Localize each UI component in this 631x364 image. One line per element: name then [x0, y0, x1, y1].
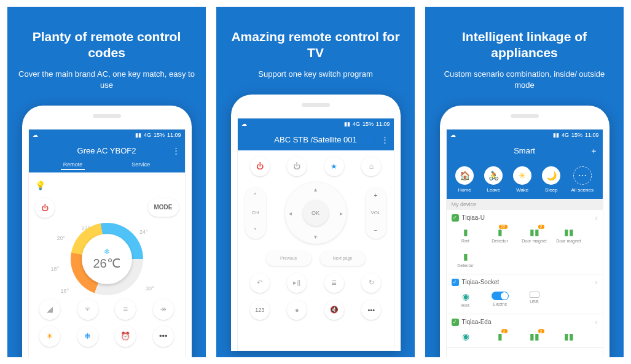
door-magnet-icon: ▮▮2: [530, 227, 539, 237]
dev-item-detector[interactable]: ▮22 Detector: [487, 227, 513, 243]
temperature-dial[interactable]: ❄ 26℃: [71, 223, 143, 295]
dev-item-usb[interactable]: USB: [522, 292, 547, 308]
scene-wake[interactable]: ✳ Wake: [513, 166, 531, 193]
cool-button[interactable]: ❄: [77, 326, 98, 347]
vol-up-icon[interactable]: +: [374, 192, 378, 199]
panel-sub: Cover the main brand AC, one key match, …: [18, 69, 195, 91]
device-status-icon: ✓: [452, 214, 459, 222]
stb-power-button[interactable]: ⏻: [287, 157, 307, 176]
timer-button[interactable]: ⏰: [115, 326, 136, 347]
dpad-right-icon[interactable]: ▸: [340, 209, 343, 216]
statusbar: ☁ ▮▮ 4G 15% 11:09: [238, 118, 394, 130]
panel-sub: Custom scenario combination, inside/ out…: [436, 69, 613, 91]
tab-service[interactable]: Service: [131, 161, 150, 170]
scene-label: Sleep: [545, 187, 557, 193]
phone-screen: ☁ ▮▮ 4G 15% 11:09 Gree AC YBOF2 👤 ⋮ Remo…: [28, 129, 186, 357]
numpad-button[interactable]: 123: [250, 300, 270, 320]
ok-button[interactable]: OK: [303, 200, 329, 226]
dev-item[interactable]: ◉: [453, 331, 479, 341]
dev-item-door1[interactable]: ▮▮2 Door magnet: [522, 227, 547, 243]
scene-sleep[interactable]: 🌙 Sleep: [542, 166, 560, 193]
channel-rocker[interactable]: ˄ CH ˅: [245, 187, 266, 239]
record-button[interactable]: ●: [287, 300, 307, 320]
scene-label: Leave: [487, 187, 500, 193]
ch-up-icon[interactable]: ˄: [254, 192, 257, 199]
next-page-button[interactable]: Next page: [320, 251, 366, 266]
profile-icon[interactable]: 👤: [574, 145, 584, 157]
dev-item-door2[interactable]: ▮▮ Door magnet: [556, 227, 582, 243]
dev-item-rmt[interactable]: ◉ Rmt: [453, 292, 479, 308]
dev-item[interactable]: ▮▮: [556, 331, 582, 341]
more-button[interactable]: •••: [153, 326, 174, 347]
tv-power-button[interactable]: ⏻: [250, 157, 270, 176]
mode-button[interactable]: MODE: [148, 198, 179, 217]
more-button[interactable]: •••: [361, 300, 381, 320]
dev-item-electric[interactable]: Electric: [487, 292, 513, 308]
statusbar: ☁ ▮▮ 4G 15% 11:09: [29, 130, 185, 141]
phone-frame: ☁ ▮▮ 4G 15% 11:09 Smart 👤 ＋ 🏠 Home: [440, 106, 609, 357]
scene-label: Home: [458, 187, 471, 193]
phone-speaker: [93, 114, 121, 118]
remote-icon: ▮: [463, 227, 468, 237]
scene-home[interactable]: 🏠 Home: [455, 166, 474, 193]
profile-icon[interactable]: 👤: [156, 146, 166, 155]
dpad-left-icon[interactable]: ◂: [289, 209, 292, 216]
device-card-socket[interactable]: ✓ Tiqiaa-Socket › ◉ Rmt Electric: [447, 274, 603, 314]
ch-down-icon[interactable]: ˅: [254, 227, 257, 234]
battery-label: 15%: [571, 132, 582, 138]
wind-button[interactable]: ↠: [153, 299, 174, 320]
power-button[interactable]: ⏻: [35, 198, 55, 218]
app-title: Smart: [514, 146, 535, 155]
scene-label: All scenes: [571, 187, 593, 193]
electric-toggle[interactable]: [492, 292, 509, 300]
dev-item-detector2[interactable]: ▮ Detector: [453, 252, 479, 268]
swing-button[interactable]: ⫧: [77, 299, 98, 320]
add-icon[interactable]: ＋: [590, 145, 598, 157]
tabs: Remote Service: [29, 161, 185, 172]
dev-item[interactable]: ▮2: [487, 331, 513, 341]
favorite-button[interactable]: ★: [324, 157, 344, 176]
fan-speed-button[interactable]: ◢: [39, 299, 60, 320]
device-card-eda[interactable]: ✓ Tiqiaa-Eda › ◉ ▮2 ▮▮2 ▮▮: [447, 314, 603, 348]
menu-icon[interactable]: ⋮: [381, 135, 389, 144]
heat-button[interactable]: ☀: [39, 326, 60, 347]
device-card-u[interactable]: ✓ Tiqiaa-U › ▮ Rmt ▮22 Detector ▮▮2: [447, 210, 603, 274]
wake-scene-icon: ✳: [513, 166, 531, 185]
dpad-up-icon[interactable]: ▴: [314, 186, 317, 193]
vol-down-icon[interactable]: −: [374, 227, 378, 234]
panel-heading: Planty of remote control codes: [18, 29, 195, 61]
promo-panel-tv: Amazing remote control for TV Support on…: [216, 7, 415, 357]
promo-panel-smart: Intelligent linkage of appliances Custom…: [425, 7, 624, 357]
appbar: Gree AC YBOF2 👤 ⋮: [29, 141, 185, 161]
device-name: Tiqiaa-U: [462, 214, 485, 221]
back-button[interactable]: ↶: [250, 273, 270, 293]
mute-button[interactable]: 🔇: [324, 300, 344, 320]
panel-heading: Amazing remote control for TV: [227, 29, 404, 61]
device-icon: ▮▮2: [530, 331, 539, 341]
panel-heading: Intelligent linkage of appliances: [436, 29, 613, 61]
refresh-button[interactable]: ↻: [361, 273, 381, 293]
menu-icon[interactable]: ⋮: [172, 146, 180, 155]
device-name: Tiqiaa-Socket: [462, 279, 500, 285]
bulb-icon[interactable]: 💡: [35, 180, 45, 190]
sleep-scene-icon: 🌙: [542, 166, 560, 185]
dev-item[interactable]: ▮▮2: [522, 331, 547, 341]
tab-remote[interactable]: Remote: [63, 161, 83, 170]
chevron-right-icon: ›: [595, 214, 598, 222]
scene-leave[interactable]: 🚴 Leave: [484, 166, 503, 193]
scene-all[interactable]: ⋯ All scenes: [571, 166, 593, 193]
dpad[interactable]: ▴ ▾ ◂ ▸ OK: [285, 182, 347, 244]
dev-item-rmt[interactable]: ▮ Rmt: [453, 227, 479, 243]
direction-button[interactable]: ≡: [115, 299, 136, 320]
previous-button[interactable]: Previous: [266, 251, 312, 266]
device-status-icon: ✓: [452, 279, 459, 286]
phone-speaker: [511, 114, 539, 118]
all-scenes-icon: ⋯: [573, 166, 592, 185]
profile-icon[interactable]: 👤: [365, 135, 375, 144]
dpad-down-icon[interactable]: ▾: [314, 233, 317, 240]
play-pause-button[interactable]: ▸||: [287, 273, 307, 293]
volume-rocker[interactable]: + VOL −: [366, 187, 386, 239]
list-button[interactable]: ≣: [324, 273, 344, 293]
home-button[interactable]: ⌂: [361, 157, 381, 176]
app-title: ABC STB /Satellite 001: [274, 135, 356, 144]
